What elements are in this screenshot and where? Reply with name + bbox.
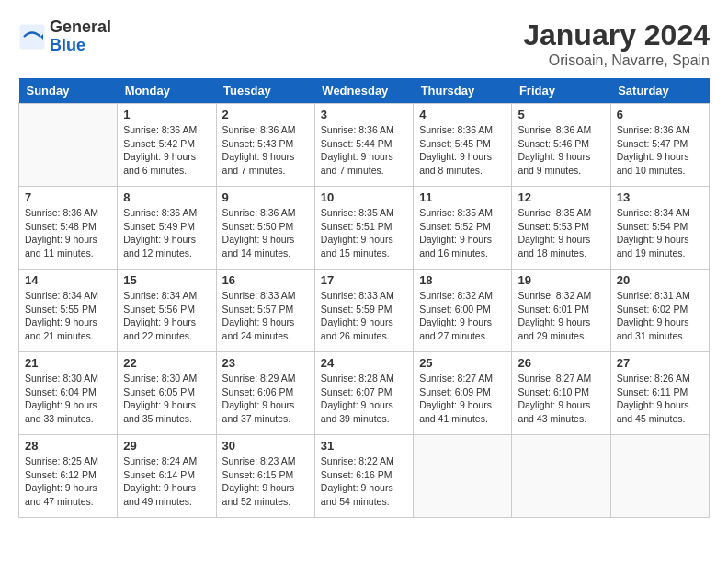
calendar-table: SundayMondayTuesdayWednesdayThursdayFrid… bbox=[18, 78, 710, 518]
day-info: Sunrise: 8:33 AMSunset: 5:59 PMDaylight:… bbox=[321, 289, 407, 343]
calendar-cell: 13Sunrise: 8:34 AMSunset: 5:54 PMDayligh… bbox=[610, 187, 709, 270]
calendar-cell: 18Sunrise: 8:32 AMSunset: 6:00 PMDayligh… bbox=[414, 270, 512, 352]
day-info: Sunrise: 8:35 AMSunset: 5:51 PMDaylight:… bbox=[321, 206, 407, 260]
calendar-cell: 21Sunrise: 8:30 AMSunset: 6:04 PMDayligh… bbox=[19, 352, 118, 435]
day-info: Sunrise: 8:32 AMSunset: 6:01 PMDaylight:… bbox=[518, 289, 604, 343]
day-number: 30 bbox=[222, 439, 309, 453]
day-number: 17 bbox=[321, 273, 407, 287]
calendar-cell bbox=[512, 435, 610, 518]
calendar-cell: 29Sunrise: 8:24 AMSunset: 6:14 PMDayligh… bbox=[118, 435, 216, 518]
day-info: Sunrise: 8:35 AMSunset: 5:52 PMDaylight:… bbox=[419, 206, 506, 260]
calendar-cell: 3Sunrise: 8:36 AMSunset: 5:44 PMDaylight… bbox=[314, 104, 413, 187]
day-number: 1 bbox=[123, 108, 210, 121]
day-number: 31 bbox=[321, 439, 407, 453]
day-number: 10 bbox=[321, 190, 407, 204]
day-number: 22 bbox=[123, 356, 210, 370]
calendar-body: 1Sunrise: 8:36 AMSunset: 5:42 PMDaylight… bbox=[19, 104, 710, 518]
calendar-cell bbox=[414, 435, 512, 518]
logo-icon bbox=[18, 23, 46, 51]
day-info: Sunrise: 8:36 AMSunset: 5:50 PMDaylight:… bbox=[222, 206, 309, 260]
calendar-cell: 23Sunrise: 8:29 AMSunset: 6:06 PMDayligh… bbox=[216, 352, 314, 435]
calendar-cell: 5Sunrise: 8:36 AMSunset: 5:46 PMDaylight… bbox=[512, 104, 610, 187]
calendar-cell: 26Sunrise: 8:27 AMSunset: 6:10 PMDayligh… bbox=[512, 352, 610, 435]
day-info: Sunrise: 8:24 AMSunset: 6:14 PMDaylight:… bbox=[123, 454, 210, 509]
calendar-cell: 12Sunrise: 8:35 AMSunset: 5:53 PMDayligh… bbox=[512, 187, 610, 270]
day-info: Sunrise: 8:36 AMSunset: 5:48 PMDaylight:… bbox=[25, 206, 111, 260]
day-number: 19 bbox=[518, 273, 604, 287]
day-number: 7 bbox=[25, 190, 111, 204]
day-info: Sunrise: 8:29 AMSunset: 6:06 PMDaylight:… bbox=[222, 372, 309, 426]
day-number: 9 bbox=[222, 190, 309, 204]
calendar-cell: 19Sunrise: 8:32 AMSunset: 6:01 PMDayligh… bbox=[512, 270, 610, 352]
title-area: January 2024 Orisoain, Navarre, Spain bbox=[523, 18, 710, 69]
day-info: Sunrise: 8:36 AMSunset: 5:43 PMDaylight:… bbox=[222, 123, 309, 178]
day-number: 25 bbox=[419, 356, 506, 370]
day-info: Sunrise: 8:30 AMSunset: 6:04 PMDaylight:… bbox=[25, 372, 111, 426]
calendar-cell: 22Sunrise: 8:30 AMSunset: 6:05 PMDayligh… bbox=[118, 352, 216, 435]
calendar-cell: 25Sunrise: 8:27 AMSunset: 6:09 PMDayligh… bbox=[414, 352, 512, 435]
column-header-friday: Friday bbox=[512, 78, 610, 104]
day-number: 28 bbox=[25, 439, 111, 453]
day-number: 18 bbox=[419, 273, 506, 287]
week-row-3: 14Sunrise: 8:34 AMSunset: 5:55 PMDayligh… bbox=[19, 270, 710, 352]
day-number: 14 bbox=[25, 273, 111, 287]
column-header-saturday: Saturday bbox=[610, 78, 709, 104]
day-number: 13 bbox=[617, 190, 703, 204]
day-info: Sunrise: 8:36 AMSunset: 5:42 PMDaylight:… bbox=[123, 123, 210, 178]
day-info: Sunrise: 8:35 AMSunset: 5:53 PMDaylight:… bbox=[518, 206, 604, 260]
page-header: General Blue January 2024 Orisoain, Nava… bbox=[18, 18, 710, 69]
day-number: 11 bbox=[419, 190, 506, 204]
day-info: Sunrise: 8:34 AMSunset: 5:55 PMDaylight:… bbox=[25, 289, 111, 343]
column-header-wednesday: Wednesday bbox=[314, 78, 413, 104]
week-row-5: 28Sunrise: 8:25 AMSunset: 6:12 PMDayligh… bbox=[19, 435, 710, 518]
column-header-tuesday: Tuesday bbox=[216, 78, 314, 104]
week-row-1: 1Sunrise: 8:36 AMSunset: 5:42 PMDaylight… bbox=[19, 104, 710, 187]
week-row-4: 21Sunrise: 8:30 AMSunset: 6:04 PMDayligh… bbox=[19, 352, 710, 435]
day-number: 29 bbox=[123, 439, 210, 453]
day-info: Sunrise: 8:34 AMSunset: 5:56 PMDaylight:… bbox=[123, 289, 210, 343]
day-number: 4 bbox=[419, 108, 506, 121]
day-number: 16 bbox=[222, 273, 309, 287]
day-info: Sunrise: 8:36 AMSunset: 5:46 PMDaylight:… bbox=[518, 123, 604, 178]
calendar-cell: 30Sunrise: 8:23 AMSunset: 6:15 PMDayligh… bbox=[216, 435, 314, 518]
calendar-cell: 8Sunrise: 8:36 AMSunset: 5:49 PMDaylight… bbox=[118, 187, 216, 270]
day-number: 2 bbox=[222, 108, 309, 121]
calendar-cell: 17Sunrise: 8:33 AMSunset: 5:59 PMDayligh… bbox=[314, 270, 413, 352]
day-number: 6 bbox=[617, 108, 703, 121]
calendar-title: January 2024 bbox=[523, 18, 710, 52]
day-info: Sunrise: 8:25 AMSunset: 6:12 PMDaylight:… bbox=[25, 454, 111, 509]
calendar-cell: 14Sunrise: 8:34 AMSunset: 5:55 PMDayligh… bbox=[19, 270, 118, 352]
day-number: 15 bbox=[123, 273, 210, 287]
calendar-subtitle: Orisoain, Navarre, Spain bbox=[523, 52, 710, 69]
day-number: 24 bbox=[321, 356, 407, 370]
calendar-cell: 6Sunrise: 8:36 AMSunset: 5:47 PMDaylight… bbox=[610, 104, 709, 187]
day-number: 26 bbox=[518, 356, 604, 370]
calendar-cell: 9Sunrise: 8:36 AMSunset: 5:50 PMDaylight… bbox=[216, 187, 314, 270]
calendar-cell: 10Sunrise: 8:35 AMSunset: 5:51 PMDayligh… bbox=[314, 187, 413, 270]
day-info: Sunrise: 8:27 AMSunset: 6:09 PMDaylight:… bbox=[419, 372, 506, 426]
day-info: Sunrise: 8:36 AMSunset: 5:44 PMDaylight:… bbox=[321, 123, 407, 178]
day-info: Sunrise: 8:26 AMSunset: 6:11 PMDaylight:… bbox=[617, 372, 703, 426]
day-info: Sunrise: 8:30 AMSunset: 6:05 PMDaylight:… bbox=[123, 372, 210, 426]
calendar-cell: 1Sunrise: 8:36 AMSunset: 5:42 PMDaylight… bbox=[118, 104, 216, 187]
day-info: Sunrise: 8:32 AMSunset: 6:00 PMDaylight:… bbox=[419, 289, 506, 343]
day-number: 3 bbox=[321, 108, 407, 121]
logo-text: General Blue bbox=[50, 18, 111, 55]
day-info: Sunrise: 8:36 AMSunset: 5:47 PMDaylight:… bbox=[617, 123, 703, 178]
calendar-cell: 7Sunrise: 8:36 AMSunset: 5:48 PMDaylight… bbox=[19, 187, 118, 270]
calendar-cell bbox=[19, 104, 118, 187]
day-number: 23 bbox=[222, 356, 309, 370]
column-header-monday: Monday bbox=[118, 78, 216, 104]
calendar-cell: 24Sunrise: 8:28 AMSunset: 6:07 PMDayligh… bbox=[314, 352, 413, 435]
calendar-cell: 28Sunrise: 8:25 AMSunset: 6:12 PMDayligh… bbox=[19, 435, 118, 518]
calendar-cell: 31Sunrise: 8:22 AMSunset: 6:16 PMDayligh… bbox=[314, 435, 413, 518]
column-header-thursday: Thursday bbox=[414, 78, 512, 104]
calendar-cell: 16Sunrise: 8:33 AMSunset: 5:57 PMDayligh… bbox=[216, 270, 314, 352]
day-info: Sunrise: 8:22 AMSunset: 6:16 PMDaylight:… bbox=[321, 454, 407, 509]
day-info: Sunrise: 8:34 AMSunset: 5:54 PMDaylight:… bbox=[617, 206, 703, 260]
day-info: Sunrise: 8:36 AMSunset: 5:49 PMDaylight:… bbox=[123, 206, 210, 260]
calendar-cell: 27Sunrise: 8:26 AMSunset: 6:11 PMDayligh… bbox=[610, 352, 709, 435]
logo: General Blue bbox=[18, 18, 111, 55]
day-info: Sunrise: 8:28 AMSunset: 6:07 PMDaylight:… bbox=[321, 372, 407, 426]
day-number: 8 bbox=[123, 190, 210, 204]
